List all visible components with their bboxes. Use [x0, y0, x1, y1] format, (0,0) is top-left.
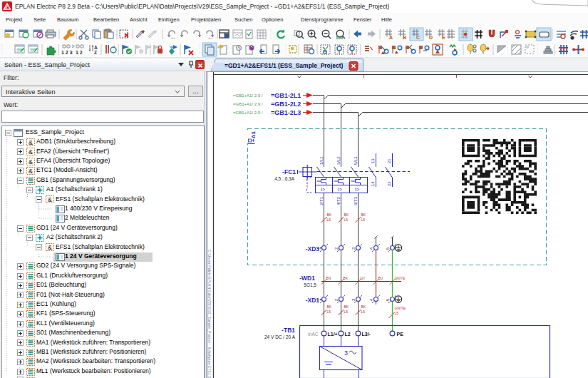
svg-text:5G1,5: 5G1,5 — [304, 282, 316, 287]
svg-text:I>: I> — [355, 187, 359, 192]
svg-text:=GB1-2L2: =GB1-2L2 — [271, 101, 301, 108]
svg-text:=GB1+A1/ 2.9 /: =GB1+A1/ 2.9 / — [233, 102, 263, 106]
svg-text:BU: BU — [378, 277, 383, 280]
svg-text:L5: L5 — [361, 218, 366, 222]
svg-text:5/L3: 5/L3 — [354, 156, 358, 165]
svg-text:L2: L2 — [345, 332, 351, 337]
svg-text:Z: Z — [94, 50, 97, 55]
svg-text:5: 5 — [386, 299, 390, 301]
svg-text:A: A — [389, 35, 393, 40]
svg-text:=GB1+A1/ 2.9 /: =GB1+A1/ 2.9 / — [233, 93, 263, 98]
svg-text:5: 5 — [386, 247, 390, 250]
svg-text:BK: BK — [344, 213, 349, 217]
svg-text:GN/YE: GN/YE — [395, 306, 406, 310]
svg-text:L5: L5 — [327, 218, 331, 222]
svg-text:BK: BK — [361, 305, 366, 309]
svg-text:L5: L5 — [327, 310, 331, 314]
svg-text:&: & — [29, 148, 33, 155]
svg-text:L1/+: L1/+ — [328, 332, 338, 337]
svg-text:L5: L5 — [395, 311, 399, 315]
svg-text:=GB1-2L1: =GB1-2L1 — [271, 92, 301, 99]
svg-text:1: 1 — [317, 247, 321, 250]
svg-text:4/T2: 4/T2 — [336, 196, 341, 205]
svg-text:BK: BK — [361, 213, 366, 217]
svg-text:100: 100 — [336, 36, 344, 40]
svg-text:-FC1: -FC1 — [282, 168, 296, 175]
svg-text:C: C — [416, 35, 420, 40]
svg-text:=GB1+A1/ 2.9 /: =GB1+A1/ 2.9 / — [233, 111, 263, 115]
svg-text:L5: L5 — [361, 310, 366, 314]
svg-text:GN/YE: GN/YE — [395, 277, 406, 280]
svg-text:C:\Users\Public\EPLAN\Data\V29: C:\Users\Public\EPLAN\Data\V29\ESS_Sampl… — [207, 250, 211, 378]
svg-text:2/T1: 2/T1 — [319, 196, 324, 205]
svg-text:I>: I> — [321, 187, 325, 192]
svg-text:A: A — [94, 45, 98, 50]
svg-text:L3/-: L3/- — [362, 332, 371, 337]
svg-text:InAC: InAC — [308, 332, 319, 337]
svg-text:GY: GY — [361, 277, 366, 280]
svg-text:L5: L5 — [344, 310, 349, 314]
svg-text:2: 2 — [334, 247, 339, 250]
svg-text:BK: BK — [344, 305, 349, 309]
svg-text:=GD1+A2&EFS1/1 (ESS_Sample_Pro: =GD1+A2&EFS1/1 (ESS_Sample_Project) — [225, 62, 343, 69]
svg-text:BK: BK — [344, 277, 349, 280]
svg-text:L5: L5 — [344, 218, 349, 222]
svg-text:&: & — [48, 244, 52, 251]
svg-text:B: B — [403, 35, 406, 40]
svg-text:D: D — [429, 35, 433, 40]
svg-text:&: & — [29, 139, 33, 146]
svg-text:&: & — [29, 168, 33, 175]
svg-text:1 2 3: 1 2 3 — [61, 50, 73, 55]
svg-text:=GB1-2L3: =GB1-2L3 — [271, 109, 301, 116]
svg-text:14: 14 — [371, 181, 375, 186]
svg-text:3: 3 — [351, 247, 356, 250]
svg-text:1: 1 — [317, 299, 321, 301]
svg-text:3/L2: 3/L2 — [336, 156, 341, 165]
svg-text:1 2: 1 2 — [76, 50, 83, 55]
svg-text:BK: BK — [327, 213, 332, 217]
svg-text:1/L1: 1/L1 — [319, 156, 324, 165]
svg-text:-WD1: -WD1 — [299, 275, 315, 282]
svg-text:&: & — [29, 158, 33, 165]
svg-text:3: 3 — [351, 299, 356, 301]
svg-text:6/T3: 6/T3 — [354, 196, 358, 205]
svg-text:BN: BN — [326, 277, 331, 280]
svg-text:-TB1: -TB1 — [282, 327, 295, 334]
svg-text:PE: PE — [397, 332, 404, 337]
svg-text:&: & — [48, 196, 52, 203]
svg-text:24 V DC / 20 A: 24 V DC / 20 A — [264, 334, 296, 339]
svg-text:13: 13 — [371, 158, 375, 163]
svg-text:BK: BK — [327, 305, 332, 309]
svg-text:E: E — [442, 35, 445, 40]
svg-text:4: 4 — [369, 247, 373, 250]
svg-text:4,5...6,3A: 4,5...6,3A — [274, 176, 294, 181]
svg-text:2: 2 — [334, 299, 339, 301]
svg-text:I>: I> — [338, 187, 342, 192]
svg-text:3: 3 — [344, 349, 348, 357]
svg-text:4: 4 — [369, 299, 373, 301]
svg-text:21: 21 — [387, 158, 391, 163]
svg-text:22: 22 — [387, 181, 391, 186]
